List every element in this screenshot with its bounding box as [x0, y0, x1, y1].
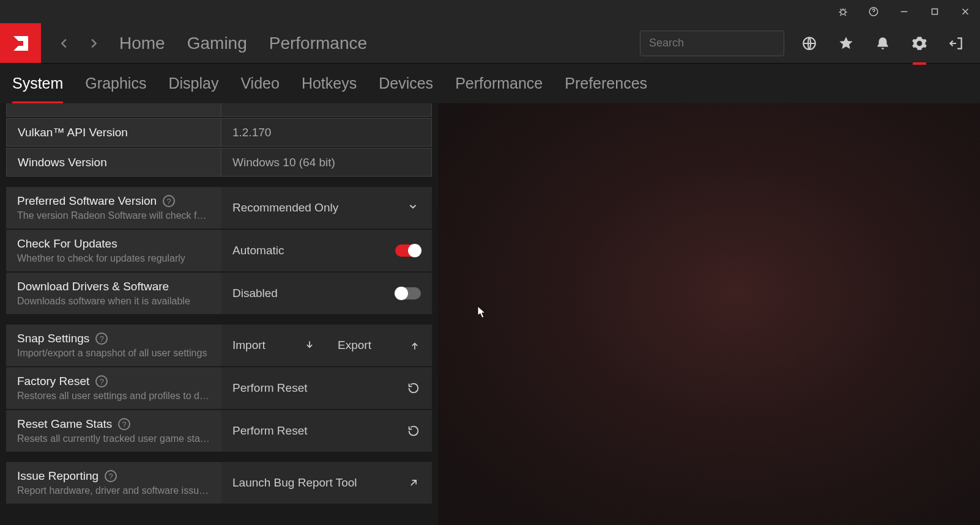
- info-label: Vulkan™ API Version: [6, 118, 221, 147]
- tab-hotkeys[interactable]: Hotkeys: [302, 64, 357, 104]
- setting-header: Download Drivers & Software Downloads so…: [6, 273, 221, 314]
- setting-preferred-version: Preferred Software Version ? The version…: [6, 187, 432, 229]
- search-input[interactable]: [649, 37, 791, 50]
- download-icon: [303, 339, 316, 351]
- forward-button[interactable]: [79, 37, 108, 50]
- setting-header: Check For Updates Whether to check for u…: [6, 230, 221, 271]
- help-icon[interactable]: ?: [95, 375, 108, 387]
- web-icon[interactable]: [798, 32, 821, 55]
- setting-reset-game-stats: Reset Game Stats ? Resets all currently …: [6, 410, 432, 452]
- info-value: 1.2.170: [221, 118, 432, 147]
- reset-icon: [406, 424, 421, 438]
- toggle-state-label: Automatic: [232, 244, 284, 257]
- help-icon[interactable]: [864, 2, 883, 21]
- star-icon[interactable]: [834, 32, 858, 55]
- info-row-vulkan-driver: [6, 103, 432, 117]
- setting-title-text: Check For Updates: [17, 237, 117, 251]
- action-label: Perform Reset: [232, 381, 307, 395]
- titlebar: [0, 0, 980, 23]
- help-icon[interactable]: ?: [118, 418, 130, 430]
- import-label: Import: [232, 339, 265, 352]
- maximize-button[interactable]: [925, 2, 945, 21]
- minimize-button[interactable]: [894, 2, 914, 21]
- upload-icon: [409, 339, 421, 351]
- help-icon[interactable]: ?: [163, 195, 175, 207]
- setting-title-text: Factory Reset: [17, 375, 89, 388]
- setting-value: Disabled: [221, 273, 432, 314]
- back-button[interactable]: [50, 37, 79, 50]
- external-link-icon: [406, 475, 421, 490]
- background-panel: [438, 103, 980, 525]
- launch-bug-report-button[interactable]: Launch Bug Report Tool: [221, 462, 432, 504]
- check-updates-toggle[interactable]: [395, 244, 421, 257]
- snap-actions: Import Export: [221, 325, 432, 366]
- nav-performance[interactable]: Performance: [269, 34, 367, 53]
- settings-subtabs: System Graphics Display Video Hotkeys De…: [0, 63, 980, 103]
- setting-desc: The version Radeon Software will check f…: [17, 210, 210, 221]
- setting-title-text: Snap Settings: [17, 332, 89, 345]
- header: Home Gaming Performance: [0, 23, 980, 63]
- help-icon[interactable]: ?: [105, 470, 117, 482]
- action-label: Perform Reset: [232, 424, 307, 438]
- amd-logo[interactable]: [0, 23, 41, 63]
- setting-header: Factory Reset ? Restores all user settin…: [6, 367, 221, 409]
- setting-desc: Import/export a snapshot of all user set…: [17, 348, 210, 359]
- info-label: [6, 103, 221, 117]
- tab-system[interactable]: System: [12, 64, 63, 104]
- setting-header: Reset Game Stats ? Resets all currently …: [6, 410, 221, 452]
- chevron-down-icon: [407, 201, 418, 215]
- info-value: Windows 10 (64 bit): [221, 148, 432, 177]
- setting-header: Preferred Software Version ? The version…: [6, 187, 221, 229]
- setting-title-text: Issue Reporting: [17, 469, 98, 483]
- setting-desc: Report hardware, driver and software iss…: [17, 485, 210, 496]
- help-icon[interactable]: ?: [95, 332, 108, 345]
- import-button[interactable]: Import: [221, 339, 327, 352]
- info-row-windows: Windows Version Windows 10 (64 bit): [6, 148, 432, 177]
- setting-check-updates: Check For Updates Whether to check for u…: [6, 230, 432, 271]
- exit-icon[interactable]: [945, 32, 968, 55]
- setting-factory-reset: Factory Reset ? Restores all user settin…: [6, 367, 432, 409]
- bug-icon[interactable]: [833, 2, 853, 21]
- tab-performance[interactable]: Performance: [455, 64, 543, 104]
- download-drivers-toggle[interactable]: [395, 287, 421, 299]
- setting-title-text: Reset Game Stats: [17, 417, 112, 431]
- tab-video[interactable]: Video: [240, 64, 280, 104]
- toggle-state-label: Disabled: [232, 287, 278, 300]
- setting-snap: Snap Settings ? Import/export a snapshot…: [6, 325, 432, 366]
- setting-issue-reporting: Issue Reporting ? Report hardware, drive…: [6, 462, 432, 504]
- search-box[interactable]: [640, 31, 784, 56]
- nav-home[interactable]: Home: [119, 34, 165, 53]
- settings-panel: Vulkan™ API Version 1.2.170 Windows Vers…: [0, 103, 438, 525]
- tab-devices[interactable]: Devices: [379, 64, 433, 104]
- setting-download-drivers: Download Drivers & Software Downloads so…: [6, 273, 432, 314]
- settings-icon[interactable]: [908, 32, 931, 55]
- info-value: [221, 103, 432, 117]
- export-button[interactable]: Export: [327, 339, 432, 352]
- setting-header: Snap Settings ? Import/export a snapshot…: [6, 325, 221, 366]
- setting-desc: Downloads software when it is available: [17, 296, 210, 307]
- tab-preferences[interactable]: Preferences: [565, 64, 647, 104]
- svg-point-0: [841, 10, 845, 15]
- setting-desc: Restores all user settings and profiles …: [17, 391, 210, 402]
- setting-title-text: Download Drivers & Software: [17, 280, 169, 293]
- main-nav: Home Gaming Performance: [119, 34, 367, 53]
- bell-icon[interactable]: [871, 32, 894, 55]
- setting-header: Issue Reporting ? Report hardware, drive…: [6, 462, 221, 504]
- setting-title-text: Preferred Software Version: [17, 194, 157, 208]
- dropdown-value: Recommended Only: [232, 201, 338, 215]
- factory-reset-button[interactable]: Perform Reset: [221, 367, 432, 409]
- reset-icon: [406, 381, 421, 395]
- setting-desc: Resets all currently tracked user game s…: [17, 433, 210, 444]
- nav-gaming[interactable]: Gaming: [187, 34, 247, 53]
- export-label: Export: [338, 339, 371, 352]
- preferred-version-dropdown[interactable]: Recommended Only: [221, 187, 432, 229]
- tab-graphics[interactable]: Graphics: [85, 64, 146, 104]
- info-row-vulkan-api: Vulkan™ API Version 1.2.170: [6, 118, 432, 147]
- setting-desc: Whether to check for updates regularly: [17, 253, 210, 264]
- close-button[interactable]: [956, 2, 975, 21]
- setting-value: Automatic: [221, 230, 432, 271]
- svg-rect-2: [932, 9, 938, 15]
- reset-game-stats-button[interactable]: Perform Reset: [221, 410, 432, 452]
- tab-display[interactable]: Display: [168, 64, 218, 104]
- info-label: Windows Version: [6, 148, 221, 177]
